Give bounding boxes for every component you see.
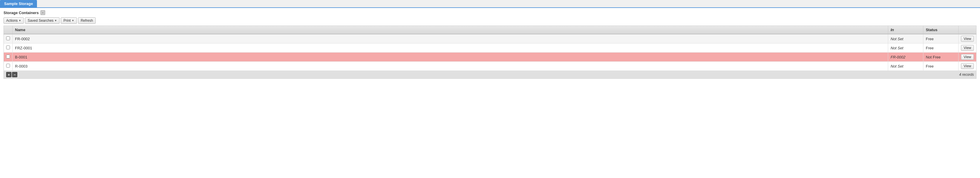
table-row: FRZ-0001 Not Set Free View (4, 43, 977, 53)
row-checkbox-cell (4, 43, 13, 53)
view-button[interactable]: View (961, 36, 974, 42)
table-footer: + − 4 records (3, 71, 977, 79)
table-header-row: Name In Status (4, 26, 977, 34)
print-button[interactable]: Print ▼ (61, 17, 77, 24)
section-title: Storage Containers (3, 11, 39, 15)
view-button[interactable]: View (961, 45, 974, 51)
row-checkbox-cell (4, 34, 13, 43)
table-row: FR-0002 Not Set Free View (4, 34, 977, 43)
col-header-action (959, 26, 977, 34)
row-name-cell: FRZ-0001 (13, 43, 888, 53)
row-checkbox-cell (4, 53, 13, 62)
row-checkbox-cell (4, 62, 13, 71)
refresh-button[interactable]: Refresh (78, 17, 95, 24)
row-action-cell: View (959, 43, 977, 53)
col-header-name: Name (13, 26, 888, 34)
table-wrapper: Name In Status FR-0002 Not Set Free View… (0, 26, 980, 79)
records-count: 4 records (959, 72, 974, 77)
row-in-cell: FR-0002 (888, 53, 923, 62)
row-in-cell: Not Set (888, 62, 923, 71)
row-in-cell: Not Set (888, 34, 923, 43)
add-row-button[interactable]: + (6, 72, 11, 77)
row-checkbox[interactable] (6, 64, 10, 67)
row-checkbox[interactable] (6, 45, 10, 49)
table-row: R-0003 Not Set Free View (4, 62, 977, 71)
row-status-cell: Free (923, 34, 959, 43)
row-status-cell: Free (923, 62, 959, 71)
row-status-cell: Free (923, 43, 959, 53)
row-action-cell: View (959, 62, 977, 71)
row-action-cell: View (959, 53, 977, 62)
collapse-button[interactable]: - (40, 10, 45, 15)
col-header-in: In (888, 26, 923, 34)
view-button[interactable]: View (961, 63, 974, 69)
view-button[interactable]: View (961, 54, 974, 60)
row-action-cell: View (959, 34, 977, 43)
actions-button[interactable]: Actions ▼ (3, 17, 24, 24)
row-checkbox[interactable] (6, 37, 10, 40)
remove-row-button[interactable]: − (12, 72, 18, 77)
row-name-cell: R-0003 (13, 62, 888, 71)
row-name-cell: FR-0002 (13, 34, 888, 43)
storage-containers-table: Name In Status FR-0002 Not Set Free View… (3, 26, 977, 71)
sample-storage-tab[interactable]: Sample Storage (0, 0, 37, 7)
row-in-cell: Not Set (888, 43, 923, 53)
row-checkbox[interactable] (6, 55, 10, 58)
saved-searches-dropdown-icon: ▼ (54, 19, 57, 22)
footer-icons: + − (6, 72, 18, 77)
col-header-checkbox (4, 26, 13, 34)
row-name-cell: B-0001 (13, 53, 888, 62)
print-dropdown-icon: ▼ (72, 19, 74, 22)
saved-searches-button[interactable]: Saved Searches ▼ (25, 17, 60, 24)
actions-dropdown-icon: ▼ (19, 19, 21, 22)
top-tab-bar: Sample Storage (0, 0, 980, 8)
table-row: B-0001 FR-0002 Not Free View (4, 53, 977, 62)
col-header-status: Status (923, 26, 959, 34)
toolbar: Actions ▼ Saved Searches ▼ Print ▼ Refre… (0, 16, 980, 26)
row-status-cell: Not Free (923, 53, 959, 62)
section-header: Storage Containers - (0, 8, 980, 16)
